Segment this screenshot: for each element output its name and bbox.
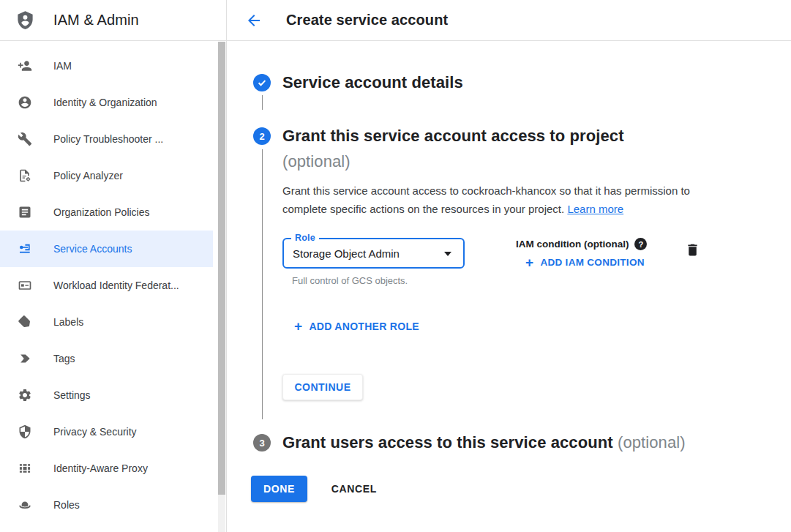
delete-role-button[interactable] [685,242,700,258]
sidebar-item-label: Policy Analyzer [53,170,123,181]
sidebar-item-label: IAM [53,60,72,72]
main-panel: Create service account Service account d… [227,0,791,532]
sidebar-item-label: Privacy & Security [53,426,137,438]
plus-icon: + [294,321,302,331]
done-button[interactable]: DONE [251,476,307,502]
back-button[interactable] [245,12,263,29]
step-1-rail [253,74,271,110]
sidebar-nav: IAM Identity & Organization Policy Troub… [0,41,226,523]
product-title: IAM & Admin [53,12,139,29]
sidebar-item-workload-identity-federation[interactable]: Workload Identity Federat... [0,267,213,304]
identity-card-icon [18,278,32,293]
sidebar-item-policy-troubleshooter[interactable]: Policy Troubleshooter ... [0,121,213,157]
role-row: Role Storage Object Admin Full control o… [282,238,769,286]
sidebar-item-labels[interactable]: Labels [0,304,213,340]
role-select-value: Storage Object Admin [293,247,400,260]
step-2-number-circle: 2 [253,127,271,145]
service-account-key-icon [18,241,32,256]
sidebar-item-label: Service Accounts [53,243,132,255]
gear-icon [18,388,32,402]
sidebar-item-identity-organization[interactable]: Identity & Organization [0,84,213,121]
wrench-icon [18,132,32,146]
sidebar-header: IAM & Admin [0,0,226,41]
sidebar-item-identity-aware-proxy[interactable]: Identity-Aware Proxy [0,450,213,487]
sidebar-item-label: Workload Identity Federat... [53,280,179,291]
learn-more-link[interactable]: Learn more [567,203,623,215]
question-mark-icon[interactable]: ? [634,238,647,250]
shield-half-icon [18,424,32,439]
continue-button[interactable]: CONTINUE [282,374,363,400]
page-title: Create service account [286,12,448,29]
form-actions: DONE CANCEL [251,476,769,502]
add-another-role-button[interactable]: + ADD ANOTHER ROLE [294,321,419,332]
sidebar-item-settings[interactable]: Settings [0,377,213,413]
wizard-content: Service account details 2 Grant this ser… [227,41,791,502]
document-gear-icon [18,168,32,183]
app-window: IAM & Admin IAM Identity & Organization [0,0,791,532]
role-select-label: Role [291,233,319,243]
role-field: Role Storage Object Admin Full control o… [282,238,465,286]
iam-condition-label: IAM condition (optional) [516,239,629,250]
step-2-grant-access: 2 Grant this service account access to p… [253,123,769,425]
sidebar-item-label: Organization Policies [53,206,150,218]
role-select[interactable]: Role Storage Object Admin [282,238,465,269]
role-helper-text: Full control of GCS objects. [282,275,465,286]
step-2-title: Grant this service account access to pro… [282,123,769,174]
step-3-grant-users-access: 3 Grant users access to this service acc… [253,434,769,452]
step-2-body: Grant this service account access to coc… [282,181,769,425]
document-lines-icon [18,205,32,220]
step-2-rail: 2 [253,123,271,425]
sidebar-item-label: Settings [53,389,91,401]
step-1-title: Service account details [282,74,769,91]
person-circle-icon [18,95,32,110]
sidebar-item-iam[interactable]: IAM [0,48,213,84]
check-icon [257,78,267,88]
step-3-number-circle: 3 [253,434,271,452]
page-header: Create service account [227,0,791,41]
step-connector-line [262,149,263,419]
person-add-icon [18,59,32,73]
sidebar-scrollbar [218,42,225,532]
step-2-description: Grant this service account access to coc… [282,181,721,218]
sidebar-item-label: Labels [53,316,83,328]
trash-icon [685,242,700,258]
sidebar-item-roles[interactable]: Roles [0,487,213,523]
tag-arrow-icon [18,351,32,366]
sidebar-item-privacy-security[interactable]: Privacy & Security [0,413,213,450]
caret-down-icon [444,252,451,256]
plus-icon: + [525,258,533,268]
step-connector-line [262,95,263,110]
sidebar-item-service-accounts[interactable]: Service Accounts [0,231,213,267]
sidebar-item-policy-analyzer[interactable]: Policy Analyzer [0,157,213,194]
sidebar-item-tags[interactable]: Tags [0,340,213,377]
sidebar-item-label: Policy Troubleshooter ... [53,133,163,145]
iam-condition-block: IAM condition (optional) ? + ADD IAM CON… [516,238,647,268]
sidebar-item-label: Roles [53,499,80,511]
step-3-title: Grant users access to this service accou… [282,434,686,452]
step-2-optional-label: (optional) [282,152,350,171]
add-iam-condition-button[interactable]: + ADD IAM CONDITION [525,257,645,268]
sidebar: IAM & Admin IAM Identity & Organization [0,0,227,532]
sidebar-item-organization-policies[interactable]: Organization Policies [0,194,213,231]
step-1-completed-circle [253,74,271,91]
sidebar-item-label: Tags [53,353,75,364]
sidebar-item-label: Identity & Organization [53,97,157,108]
arrow-back-icon [245,12,263,29]
sidebar-item-label: Identity-Aware Proxy [53,462,148,474]
shield-person-icon [15,10,35,30]
cancel-button[interactable]: CANCEL [331,483,377,495]
label-tag-icon [18,315,32,329]
step-1-service-account-details: Service account details [253,74,769,110]
hat-icon [18,498,32,512]
proxy-firewall-icon [18,461,32,476]
scrollbar-thumb[interactable] [218,42,225,495]
